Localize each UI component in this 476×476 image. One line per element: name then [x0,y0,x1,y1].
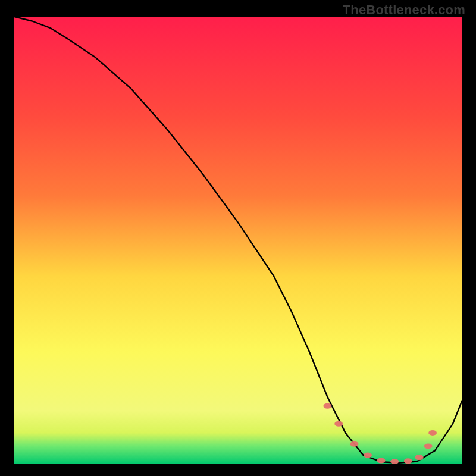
highlight-dot [415,455,424,460]
highlight-dot [424,443,433,449]
highlight-dot [390,459,399,464]
gradient-bg [14,17,462,464]
chart-frame: TheBottleneck.com [0,0,476,476]
highlight-dot [404,458,412,464]
plot-area [14,17,462,464]
highlight-dot [334,421,343,427]
highlight-dot [350,441,359,447]
highlight-dot [364,453,372,458]
watermark-text: TheBottleneck.com [343,2,465,18]
highlight-dot [428,430,437,436]
highlight-dot [377,458,386,464]
chart-svg [14,17,462,464]
highlight-dot [323,403,331,409]
